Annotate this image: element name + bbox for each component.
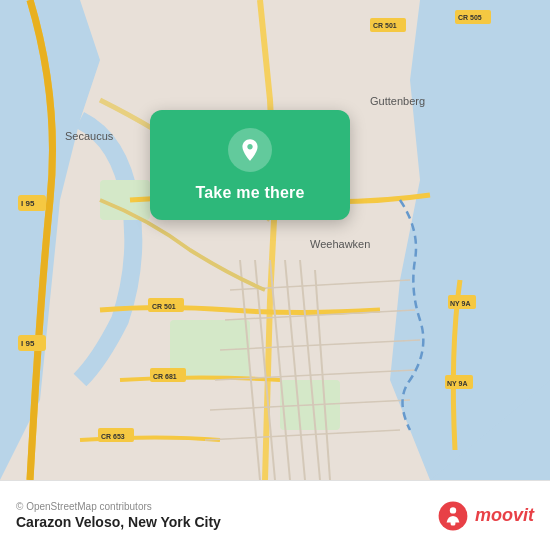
take-me-there-button[interactable]: Take me there <box>195 182 304 204</box>
location-name: Carazon Veloso, New York City <box>16 514 221 530</box>
svg-text:NY 9A: NY 9A <box>447 380 468 387</box>
svg-text:NY 9A: NY 9A <box>450 300 471 307</box>
svg-text:I 95: I 95 <box>21 199 35 208</box>
svg-point-40 <box>450 507 456 513</box>
map-container: I 95 CR 501 CR 501 CR 681 CR 653 NY 9A N… <box>0 0 550 480</box>
svg-text:CR 653: CR 653 <box>101 433 125 440</box>
svg-text:Secaucus: Secaucus <box>65 130 114 142</box>
popup-card[interactable]: Take me there <box>150 110 350 220</box>
map-background: I 95 CR 501 CR 501 CR 681 CR 653 NY 9A N… <box>0 0 550 480</box>
svg-text:CR 501: CR 501 <box>152 303 176 310</box>
svg-text:I 95: I 95 <box>21 339 35 348</box>
svg-text:Weehawken: Weehawken <box>310 238 370 250</box>
moovit-icon <box>437 500 469 532</box>
moovit-logo: moovit <box>437 500 534 532</box>
copyright-text: © OpenStreetMap contributors <box>16 501 221 512</box>
location-pin-icon <box>237 137 263 163</box>
svg-text:CR 681: CR 681 <box>153 373 177 380</box>
moovit-brand-text: moovit <box>475 505 534 526</box>
svg-text:CR 505: CR 505 <box>458 14 482 21</box>
bottom-left-info: © OpenStreetMap contributors Carazon Vel… <box>16 501 221 530</box>
bottom-bar: © OpenStreetMap contributors Carazon Vel… <box>0 480 550 550</box>
popup-icon-container <box>228 128 272 172</box>
svg-text:CR 501: CR 501 <box>373 22 397 29</box>
svg-rect-41 <box>451 519 456 525</box>
svg-text:Guttenberg: Guttenberg <box>370 95 425 107</box>
